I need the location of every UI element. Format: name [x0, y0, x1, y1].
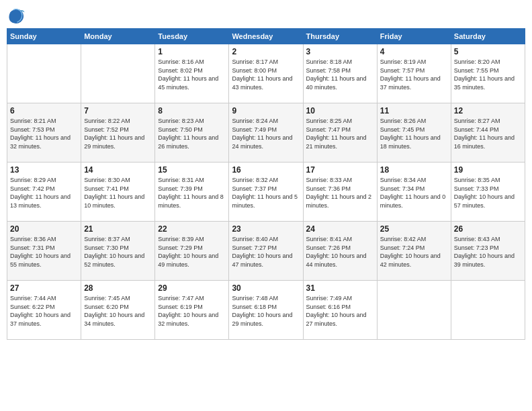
- calendar-cell: 2Sunrise: 8:17 AM Sunset: 8:00 PM Daylig…: [229, 44, 303, 103]
- dow-header: Saturday: [451, 29, 525, 44]
- day-number: 23: [232, 224, 300, 234]
- day-number: 3: [306, 47, 374, 56]
- day-info: Sunrise: 8:39 AM Sunset: 7:29 PM Dayligh…: [158, 235, 226, 269]
- day-info: Sunrise: 7:44 AM Sunset: 6:22 PM Dayligh…: [10, 294, 78, 328]
- day-number: 30: [232, 283, 300, 293]
- calendar-cell: [7, 44, 81, 103]
- calendar-cell: 3Sunrise: 8:18 AM Sunset: 7:58 PM Daylig…: [303, 44, 377, 103]
- calendar-cell: 16Sunrise: 8:32 AM Sunset: 7:37 PM Dayli…: [229, 163, 303, 222]
- day-number: 28: [84, 283, 152, 293]
- day-number: 13: [10, 165, 78, 175]
- dow-header: Friday: [377, 29, 451, 44]
- day-number: 14: [84, 165, 152, 175]
- day-info: Sunrise: 8:19 AM Sunset: 7:57 PM Dayligh…: [380, 58, 448, 91]
- calendar-cell: 31Sunrise: 7:49 AM Sunset: 6:16 PM Dayli…: [303, 281, 377, 340]
- calendar-cell: 22Sunrise: 8:39 AM Sunset: 7:29 PM Dayli…: [155, 222, 229, 281]
- day-info: Sunrise: 8:31 AM Sunset: 7:39 PM Dayligh…: [158, 176, 226, 210]
- day-number: 11: [380, 106, 448, 116]
- day-number: 12: [454, 106, 522, 116]
- calendar-cell: 27Sunrise: 7:44 AM Sunset: 6:22 PM Dayli…: [7, 281, 81, 340]
- dow-header: Monday: [81, 29, 155, 44]
- day-info: Sunrise: 8:30 AM Sunset: 7:41 PM Dayligh…: [84, 176, 152, 210]
- day-info: Sunrise: 8:25 AM Sunset: 7:47 PM Dayligh…: [306, 117, 374, 150]
- calendar-cell: 8Sunrise: 8:23 AM Sunset: 7:50 PM Daylig…: [155, 103, 229, 163]
- calendar-cell: 12Sunrise: 8:27 AM Sunset: 7:44 PM Dayli…: [451, 103, 525, 163]
- logo-icon: [7, 7, 26, 26]
- calendar-cell: 17Sunrise: 8:33 AM Sunset: 7:36 PM Dayli…: [303, 163, 377, 222]
- day-number: 31: [306, 283, 374, 293]
- calendar-week: 20Sunrise: 8:36 AM Sunset: 7:31 PM Dayli…: [7, 222, 525, 281]
- day-number: 19: [454, 165, 522, 175]
- calendar-week: 27Sunrise: 7:44 AM Sunset: 6:22 PM Dayli…: [7, 281, 525, 340]
- day-number: 26: [454, 224, 522, 234]
- day-info: Sunrise: 8:27 AM Sunset: 7:44 PM Dayligh…: [454, 117, 522, 150]
- day-info: Sunrise: 7:49 AM Sunset: 6:16 PM Dayligh…: [306, 294, 374, 328]
- day-number: 8: [158, 106, 226, 116]
- day-info: Sunrise: 8:22 AM Sunset: 7:52 PM Dayligh…: [84, 117, 152, 150]
- calendar-cell: [377, 281, 451, 340]
- calendar-cell: 13Sunrise: 8:29 AM Sunset: 7:42 PM Dayli…: [7, 163, 81, 222]
- calendar-cell: 26Sunrise: 8:43 AM Sunset: 7:23 PM Dayli…: [451, 222, 525, 281]
- calendar-cell: 14Sunrise: 8:30 AM Sunset: 7:41 PM Dayli…: [81, 163, 155, 222]
- calendar-cell: 9Sunrise: 8:24 AM Sunset: 7:49 PM Daylig…: [229, 103, 303, 163]
- dow-header: Wednesday: [229, 29, 303, 44]
- calendar-cell: 25Sunrise: 8:42 AM Sunset: 7:24 PM Dayli…: [377, 222, 451, 281]
- day-info: Sunrise: 8:29 AM Sunset: 7:42 PM Dayligh…: [10, 176, 78, 210]
- header: [7, 7, 525, 26]
- day-info: Sunrise: 8:37 AM Sunset: 7:30 PM Dayligh…: [84, 235, 152, 269]
- day-info: Sunrise: 7:45 AM Sunset: 6:20 PM Dayligh…: [84, 294, 152, 328]
- calendar-cell: 20Sunrise: 8:36 AM Sunset: 7:31 PM Dayli…: [7, 222, 81, 281]
- calendar-cell: [81, 44, 155, 103]
- day-info: Sunrise: 8:21 AM Sunset: 7:53 PM Dayligh…: [10, 117, 78, 150]
- calendar-cell: 7Sunrise: 8:22 AM Sunset: 7:52 PM Daylig…: [81, 103, 155, 163]
- day-info: Sunrise: 8:43 AM Sunset: 7:23 PM Dayligh…: [454, 235, 522, 269]
- day-info: Sunrise: 8:41 AM Sunset: 7:26 PM Dayligh…: [306, 235, 374, 269]
- day-number: 4: [380, 47, 448, 56]
- day-info: Sunrise: 8:35 AM Sunset: 7:33 PM Dayligh…: [454, 176, 522, 210]
- day-info: Sunrise: 8:20 AM Sunset: 7:55 PM Dayligh…: [454, 58, 522, 91]
- calendar-cell: 5Sunrise: 8:20 AM Sunset: 7:55 PM Daylig…: [451, 44, 525, 103]
- calendar-cell: 28Sunrise: 7:45 AM Sunset: 6:20 PM Dayli…: [81, 281, 155, 340]
- day-number: 29: [158, 283, 226, 293]
- day-number: 6: [10, 106, 78, 116]
- day-number: 20: [10, 224, 78, 234]
- day-number: 2: [232, 47, 300, 56]
- day-number: 18: [380, 165, 448, 175]
- calendar-cell: 15Sunrise: 8:31 AM Sunset: 7:39 PM Dayli…: [155, 163, 229, 222]
- day-number: 15: [158, 165, 226, 175]
- calendar-cell: 24Sunrise: 8:41 AM Sunset: 7:26 PM Dayli…: [303, 222, 377, 281]
- dow-header: Sunday: [7, 29, 81, 44]
- calendar-week: 1Sunrise: 8:16 AM Sunset: 8:02 PM Daylig…: [7, 44, 525, 103]
- calendar-cell: 6Sunrise: 8:21 AM Sunset: 7:53 PM Daylig…: [7, 103, 81, 163]
- day-number: 5: [454, 47, 522, 56]
- calendar-cell: 19Sunrise: 8:35 AM Sunset: 7:33 PM Dayli…: [451, 163, 525, 222]
- calendar-cell: [451, 281, 525, 340]
- day-info: Sunrise: 8:16 AM Sunset: 8:02 PM Dayligh…: [158, 58, 226, 91]
- dow-header: Thursday: [303, 29, 377, 44]
- day-info: Sunrise: 8:40 AM Sunset: 7:27 PM Dayligh…: [232, 235, 300, 269]
- calendar-cell: 10Sunrise: 8:25 AM Sunset: 7:47 PM Dayli…: [303, 103, 377, 163]
- calendar-week: 6Sunrise: 8:21 AM Sunset: 7:53 PM Daylig…: [7, 103, 525, 163]
- day-info: Sunrise: 8:24 AM Sunset: 7:49 PM Dayligh…: [232, 117, 300, 150]
- day-info: Sunrise: 7:47 AM Sunset: 6:19 PM Dayligh…: [158, 294, 226, 328]
- day-number: 17: [306, 165, 374, 175]
- day-number: 27: [10, 283, 78, 293]
- day-info: Sunrise: 8:36 AM Sunset: 7:31 PM Dayligh…: [10, 235, 78, 269]
- day-number: 16: [232, 165, 300, 175]
- calendar-cell: 18Sunrise: 8:34 AM Sunset: 7:34 PM Dayli…: [377, 163, 451, 222]
- calendar-cell: 30Sunrise: 7:48 AM Sunset: 6:18 PM Dayli…: [229, 281, 303, 340]
- day-number: 1: [158, 47, 226, 56]
- day-number: 24: [306, 224, 374, 234]
- calendar-cell: 4Sunrise: 8:19 AM Sunset: 7:57 PM Daylig…: [377, 44, 451, 103]
- day-info: Sunrise: 8:34 AM Sunset: 7:34 PM Dayligh…: [380, 176, 448, 210]
- calendar-week: 13Sunrise: 8:29 AM Sunset: 7:42 PM Dayli…: [7, 163, 525, 222]
- day-number: 9: [232, 106, 300, 116]
- day-info: Sunrise: 8:26 AM Sunset: 7:45 PM Dayligh…: [380, 117, 448, 150]
- day-number: 21: [84, 224, 152, 234]
- calendar-cell: 21Sunrise: 8:37 AM Sunset: 7:30 PM Dayli…: [81, 222, 155, 281]
- dow-header: Tuesday: [155, 29, 229, 44]
- day-info: Sunrise: 8:17 AM Sunset: 8:00 PM Dayligh…: [232, 58, 300, 91]
- day-number: 25: [380, 224, 448, 234]
- day-number: 22: [158, 224, 226, 234]
- day-number: 7: [84, 106, 152, 116]
